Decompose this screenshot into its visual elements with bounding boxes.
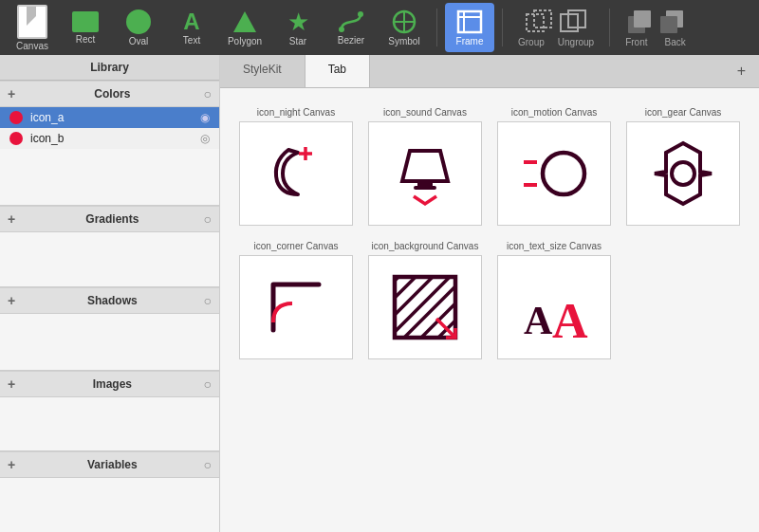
- images-add-btn[interactable]: +: [8, 376, 15, 392]
- canvas-thumb-background: [368, 255, 482, 359]
- canvas-card-sound[interactable]: icon_sound Canvas: [368, 107, 482, 226]
- svg-marker-0: [233, 11, 256, 32]
- canvas-card-corner[interactable]: icon_corner Canvas: [239, 241, 353, 359]
- tool-rect-label: Rect: [76, 34, 96, 45]
- motion-icon: [516, 136, 592, 211]
- svg-text:A: A: [524, 299, 553, 342]
- color-eye-icon-a[interactable]: ◉: [200, 111, 210, 124]
- front-label[interactable]: Front: [625, 37, 647, 47]
- canvas-label-background: icon_background Canvas: [372, 241, 479, 251]
- center-panel: StyleKit Tab + icon_night Canvas: [220, 55, 759, 532]
- bezier-icon: [338, 10, 364, 33]
- ungroup-label[interactable]: Ungroup: [558, 37, 594, 47]
- gradients-settings-icon[interactable]: ○: [204, 211, 212, 227]
- tab-tab[interactable]: Tab: [305, 55, 370, 87]
- color-dot-icon-b: [9, 132, 23, 145]
- left-panel: Library + Colors ○ icon_a ◉ icon_b ◎ + G…: [0, 55, 220, 532]
- tool-frame-label: Frame: [456, 36, 484, 46]
- colors-settings-icon[interactable]: ○: [204, 86, 212, 101]
- canvas-thumb-night: [239, 121, 353, 226]
- color-eye-icon-b[interactable]: ◎: [200, 132, 210, 145]
- color-dot-icon-a: [9, 111, 23, 124]
- colors-section-header: + Colors ○: [0, 81, 219, 107]
- canvas-thumb-textsize: A A: [497, 255, 611, 359]
- shadows-add-btn[interactable]: +: [8, 293, 15, 308]
- colors-title: Colors: [21, 87, 203, 101]
- night-icon: [258, 136, 334, 211]
- library-header: Library: [0, 55, 219, 81]
- tool-oval[interactable]: Oval: [114, 3, 163, 52]
- tab-add-btn[interactable]: +: [724, 55, 759, 87]
- tool-canvas-label: Canvas: [16, 41, 48, 51]
- variables-settings-icon[interactable]: ○: [204, 457, 212, 472]
- group-ungroup-section: Group Ungroup: [510, 5, 602, 51]
- color-item-icon-b[interactable]: icon_b ◎: [0, 128, 219, 149]
- group-labels: Group Ungroup: [518, 37, 594, 47]
- svg-rect-16: [660, 16, 677, 33]
- group-label[interactable]: Group: [518, 37, 545, 47]
- tool-bezier[interactable]: Bezier: [326, 3, 376, 52]
- tool-text-label: Text: [183, 35, 200, 46]
- svg-text:A: A: [552, 294, 588, 345]
- canvas-label-textsize: icon_text_size Canvas: [507, 241, 602, 251]
- canvas-card-motion[interactable]: icon_motion Canvas: [497, 107, 611, 226]
- canvas-area: icon_night Canvas icon_sound Canvas: [220, 88, 759, 532]
- back-label[interactable]: Back: [665, 37, 686, 47]
- canvas-thumb-corner: [239, 255, 353, 359]
- variables-add-btn[interactable]: +: [8, 457, 15, 472]
- sound-icon: [387, 136, 463, 211]
- tool-rect[interactable]: Rect: [61, 3, 110, 52]
- tool-frame[interactable]: Frame: [445, 3, 494, 52]
- color-name-icon-b: icon_b: [30, 132, 193, 145]
- canvas-card-gear[interactable]: icon_gear Canvas: [626, 107, 740, 226]
- tool-bezier-label: Bezier: [338, 35, 364, 46]
- polygon-icon: [231, 9, 258, 34]
- svg-rect-20: [414, 186, 436, 190]
- variables-section-header: + Variables ○: [0, 451, 219, 478]
- svg-point-23: [543, 153, 584, 194]
- images-section-header: + Images ○: [0, 371, 219, 397]
- corner-icon: [258, 269, 334, 345]
- symbol-icon: [391, 9, 417, 34]
- gradients-section-header: + Gradients ○: [0, 206, 219, 232]
- library-title: Library: [90, 61, 129, 74]
- canvas-label-sound: icon_sound Canvas: [383, 107, 467, 118]
- tool-star-label: Star: [289, 36, 306, 46]
- separator-2: [502, 9, 503, 46]
- tool-text[interactable]: A Text: [167, 3, 216, 52]
- tool-star[interactable]: ★ Star: [273, 3, 323, 52]
- gear-icon: [645, 136, 721, 211]
- gradients-add-btn[interactable]: +: [8, 211, 15, 227]
- tool-canvas[interactable]: Canvas: [8, 3, 57, 52]
- canvas-card-night[interactable]: icon_night Canvas: [239, 107, 353, 226]
- front-back-section: Front Back: [618, 5, 694, 51]
- tabs-bar: StyleKit Tab +: [220, 55, 759, 88]
- ungroup-icon: [559, 9, 587, 35]
- main-content: Library + Colors ○ icon_a ◉ icon_b ◎ + G…: [0, 55, 759, 532]
- color-name-icon-a: icon_a: [30, 111, 193, 124]
- color-item-icon-a[interactable]: icon_a ◉: [0, 107, 219, 128]
- front-back-labels: Front Back: [625, 37, 686, 47]
- tab-stylekit[interactable]: StyleKit: [220, 55, 305, 87]
- canvas-label-motion: icon_motion Canvas: [511, 107, 598, 118]
- canvas-thumb-sound: [368, 121, 482, 226]
- colors-add-btn[interactable]: +: [8, 86, 15, 101]
- canvas-icon: [17, 5, 47, 39]
- tool-polygon[interactable]: Polygon: [220, 3, 269, 52]
- group-icon: [525, 9, 553, 35]
- group-ungroup-row: [525, 9, 587, 35]
- images-settings-icon[interactable]: ○: [204, 376, 212, 392]
- shadows-settings-icon[interactable]: ○: [204, 293, 212, 308]
- canvas-card-textsize[interactable]: icon_text_size Canvas A A: [497, 241, 611, 359]
- svg-point-2: [358, 11, 363, 17]
- tool-symbol[interactable]: Symbol: [380, 3, 429, 52]
- front-back-row: [626, 9, 685, 35]
- gradients-title: Gradients: [21, 212, 203, 226]
- canvas-thumb-motion: [497, 121, 611, 226]
- oval-icon: [126, 9, 151, 34]
- back-icon: [658, 9, 685, 35]
- canvas-card-background[interactable]: icon_background Canvas: [368, 241, 482, 359]
- shadows-title: Shadows: [21, 294, 203, 307]
- tool-oval-label: Oval: [129, 36, 149, 46]
- tool-polygon-label: Polygon: [228, 36, 262, 46]
